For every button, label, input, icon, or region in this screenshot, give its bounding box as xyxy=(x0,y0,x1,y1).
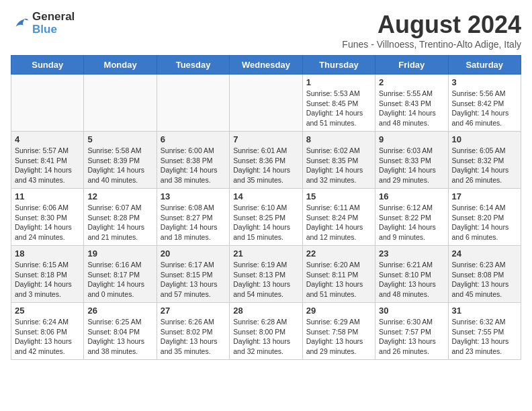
day-cell: 27Sunrise: 6:26 AMSunset: 8:02 PMDayligh… xyxy=(157,303,229,360)
day-info: Sunrise: 6:19 AMSunset: 8:13 PMDaylight:… xyxy=(233,260,298,300)
day-info: Sunrise: 6:32 AMSunset: 7:55 PMDaylight:… xyxy=(452,317,517,357)
day-cell: 5Sunrise: 5:58 AMSunset: 8:39 PMDaylight… xyxy=(84,132,157,189)
day-number: 29 xyxy=(306,306,371,316)
day-number: 12 xyxy=(87,191,152,201)
day-cell xyxy=(84,75,157,132)
day-info: Sunrise: 6:20 AMSunset: 8:11 PMDaylight:… xyxy=(306,260,371,300)
day-info: Sunrise: 6:05 AMSunset: 8:32 PMDaylight:… xyxy=(452,146,517,185)
day-number: 21 xyxy=(233,248,298,259)
day-cell: 23Sunrise: 6:21 AMSunset: 8:10 PMDayligh… xyxy=(375,246,448,303)
header-cell-wednesday: Wednesday xyxy=(230,56,302,75)
day-info: Sunrise: 6:10 AMSunset: 8:25 PMDaylight:… xyxy=(233,203,298,242)
logo: General Blue xyxy=(11,11,75,36)
day-number: 28 xyxy=(233,306,298,316)
day-number: 20 xyxy=(161,248,226,259)
day-number: 15 xyxy=(306,191,371,201)
logo-text: General Blue xyxy=(32,11,75,36)
day-cell: 4Sunrise: 5:57 AMSunset: 8:41 PMDaylight… xyxy=(11,132,84,189)
header-cell-tuesday: Tuesday xyxy=(157,56,229,75)
day-info: Sunrise: 5:56 AMSunset: 8:42 PMDaylight:… xyxy=(452,89,517,128)
day-cell: 1Sunrise: 5:53 AMSunset: 8:45 PMDaylight… xyxy=(302,75,375,132)
day-info: Sunrise: 6:30 AMSunset: 7:57 PMDaylight:… xyxy=(379,317,444,357)
day-cell: 22Sunrise: 6:20 AMSunset: 8:11 PMDayligh… xyxy=(302,246,375,303)
week-row-5: 25Sunrise: 6:24 AMSunset: 8:06 PMDayligh… xyxy=(11,303,521,360)
header-cell-sunday: Sunday xyxy=(11,56,84,75)
day-number: 31 xyxy=(452,306,517,316)
day-cell: 18Sunrise: 6:15 AMSunset: 8:18 PMDayligh… xyxy=(11,246,84,303)
day-cell: 21Sunrise: 6:19 AMSunset: 8:13 PMDayligh… xyxy=(230,246,302,303)
day-cell: 20Sunrise: 6:17 AMSunset: 8:15 PMDayligh… xyxy=(157,246,229,303)
day-cell: 12Sunrise: 6:07 AMSunset: 8:28 PMDayligh… xyxy=(84,189,157,246)
day-number: 6 xyxy=(161,134,226,144)
day-info: Sunrise: 5:57 AMSunset: 8:41 PMDaylight:… xyxy=(15,146,80,185)
day-info: Sunrise: 6:23 AMSunset: 8:08 PMDaylight:… xyxy=(452,260,517,300)
day-info: Sunrise: 6:14 AMSunset: 8:20 PMDaylight:… xyxy=(452,203,517,242)
header-row: SundayMondayTuesdayWednesdayThursdayFrid… xyxy=(11,56,521,75)
day-cell: 9Sunrise: 6:03 AMSunset: 8:33 PMDaylight… xyxy=(375,132,448,189)
day-cell xyxy=(11,75,84,132)
day-number: 19 xyxy=(87,248,152,259)
day-cell: 16Sunrise: 6:12 AMSunset: 8:22 PMDayligh… xyxy=(375,189,448,246)
week-row-1: 1Sunrise: 5:53 AMSunset: 8:45 PMDaylight… xyxy=(11,75,521,132)
day-info: Sunrise: 6:29 AMSunset: 7:58 PMDaylight:… xyxy=(306,317,371,357)
header-cell-monday: Monday xyxy=(84,56,157,75)
day-number: 16 xyxy=(379,191,444,201)
day-info: Sunrise: 6:21 AMSunset: 8:10 PMDaylight:… xyxy=(379,260,444,300)
day-cell: 13Sunrise: 6:08 AMSunset: 8:27 PMDayligh… xyxy=(157,189,229,246)
week-row-3: 11Sunrise: 6:06 AMSunset: 8:30 PMDayligh… xyxy=(11,189,521,246)
day-cell xyxy=(230,75,302,132)
header-cell-saturday: Saturday xyxy=(448,56,521,75)
day-info: Sunrise: 6:28 AMSunset: 8:00 PMDaylight:… xyxy=(233,317,298,357)
day-info: Sunrise: 6:02 AMSunset: 8:35 PMDaylight:… xyxy=(306,146,371,185)
day-info: Sunrise: 5:58 AMSunset: 8:39 PMDaylight:… xyxy=(87,146,152,185)
week-row-4: 18Sunrise: 6:15 AMSunset: 8:18 PMDayligh… xyxy=(11,246,521,303)
day-cell: 10Sunrise: 6:05 AMSunset: 8:32 PMDayligh… xyxy=(448,132,521,189)
day-number: 23 xyxy=(379,248,444,259)
calendar-title: August 2024 xyxy=(342,11,521,39)
day-cell: 2Sunrise: 5:55 AMSunset: 8:43 PMDaylight… xyxy=(375,75,448,132)
day-info: Sunrise: 6:17 AMSunset: 8:15 PMDaylight:… xyxy=(161,260,226,300)
day-cell: 26Sunrise: 6:25 AMSunset: 8:04 PMDayligh… xyxy=(84,303,157,360)
day-info: Sunrise: 6:08 AMSunset: 8:27 PMDaylight:… xyxy=(161,203,226,242)
day-cell: 24Sunrise: 6:23 AMSunset: 8:08 PMDayligh… xyxy=(448,246,521,303)
day-number: 22 xyxy=(306,248,371,259)
day-cell: 30Sunrise: 6:30 AMSunset: 7:57 PMDayligh… xyxy=(375,303,448,360)
week-row-2: 4Sunrise: 5:57 AMSunset: 8:41 PMDaylight… xyxy=(11,132,521,189)
day-number: 27 xyxy=(161,306,226,316)
day-number: 30 xyxy=(379,306,444,316)
day-info: Sunrise: 6:15 AMSunset: 8:18 PMDaylight:… xyxy=(15,260,80,300)
day-cell: 14Sunrise: 6:10 AMSunset: 8:25 PMDayligh… xyxy=(230,189,302,246)
day-info: Sunrise: 6:01 AMSunset: 8:36 PMDaylight:… xyxy=(233,146,298,185)
day-number: 17 xyxy=(452,191,517,201)
day-number: 18 xyxy=(15,248,80,259)
day-cell: 19Sunrise: 6:16 AMSunset: 8:17 PMDayligh… xyxy=(84,246,157,303)
header-cell-friday: Friday xyxy=(375,56,448,75)
day-info: Sunrise: 6:11 AMSunset: 8:24 PMDaylight:… xyxy=(306,203,371,242)
day-info: Sunrise: 5:53 AMSunset: 8:45 PMDaylight:… xyxy=(306,89,371,128)
day-cell: 25Sunrise: 6:24 AMSunset: 8:06 PMDayligh… xyxy=(11,303,84,360)
header-cell-thursday: Thursday xyxy=(302,56,375,75)
title-area: August 2024 Funes - Villnoess, Trentino-… xyxy=(342,11,521,50)
day-info: Sunrise: 6:12 AMSunset: 8:22 PMDaylight:… xyxy=(379,203,444,242)
day-number: 4 xyxy=(15,134,80,144)
day-cell: 31Sunrise: 6:32 AMSunset: 7:55 PMDayligh… xyxy=(448,303,521,360)
day-number: 25 xyxy=(15,306,80,316)
day-cell: 7Sunrise: 6:01 AMSunset: 8:36 PMDaylight… xyxy=(230,132,302,189)
day-number: 13 xyxy=(161,191,226,201)
day-cell: 8Sunrise: 6:02 AMSunset: 8:35 PMDaylight… xyxy=(302,132,375,189)
day-number: 1 xyxy=(306,77,371,87)
day-info: Sunrise: 6:24 AMSunset: 8:06 PMDaylight:… xyxy=(15,317,80,357)
day-info: Sunrise: 5:55 AMSunset: 8:43 PMDaylight:… xyxy=(379,89,444,128)
day-info: Sunrise: 6:16 AMSunset: 8:17 PMDaylight:… xyxy=(87,260,152,300)
logo-icon xyxy=(11,14,30,33)
day-info: Sunrise: 6:26 AMSunset: 8:02 PMDaylight:… xyxy=(161,317,226,357)
day-cell: 11Sunrise: 6:06 AMSunset: 8:30 PMDayligh… xyxy=(11,189,84,246)
day-info: Sunrise: 6:07 AMSunset: 8:28 PMDaylight:… xyxy=(87,203,152,242)
calendar-table: SundayMondayTuesdayWednesdayThursdayFrid… xyxy=(11,55,521,360)
day-info: Sunrise: 6:03 AMSunset: 8:33 PMDaylight:… xyxy=(379,146,444,185)
day-number: 14 xyxy=(233,191,298,201)
day-number: 3 xyxy=(452,77,517,87)
day-number: 10 xyxy=(452,134,517,144)
day-cell: 29Sunrise: 6:29 AMSunset: 7:58 PMDayligh… xyxy=(302,303,375,360)
day-cell: 15Sunrise: 6:11 AMSunset: 8:24 PMDayligh… xyxy=(302,189,375,246)
